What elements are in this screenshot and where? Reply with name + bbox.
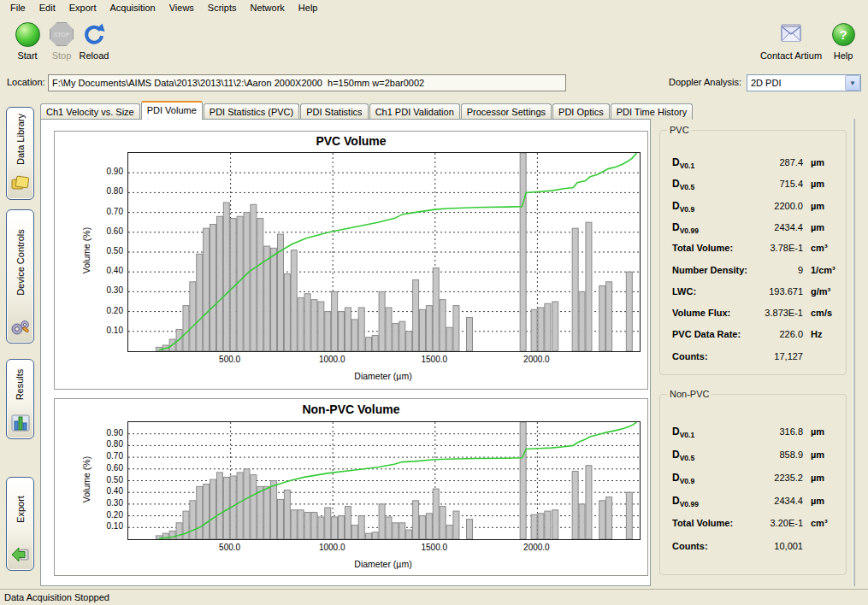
stats-row: PVC Data Rate:226.0Hz xyxy=(660,329,846,339)
stat-unit: g/m³ xyxy=(803,286,839,297)
x-tick-label: 1000.0 xyxy=(310,355,353,364)
tab-pdi-statistics-pvc-[interactable]: PDI Statistics (PVC) xyxy=(204,103,299,120)
stats-row: DV0.92235.2µm xyxy=(660,472,846,485)
stat-unit: µm xyxy=(803,449,839,460)
sidebar-item-device-controls[interactable]: Device Controls xyxy=(6,209,34,344)
menu-scripts[interactable]: Scripts xyxy=(201,0,244,15)
stat-value: 2434.4 xyxy=(748,222,803,232)
menu-network[interactable]: Network xyxy=(243,0,291,15)
help-button[interactable]: ? Help xyxy=(824,21,863,61)
stats-row: DV0.1287.4µm xyxy=(660,156,846,170)
y-tick-label: 0.20 xyxy=(92,306,123,315)
stat-unit: cm³ xyxy=(803,518,839,528)
tab-pdi-time-history[interactable]: PDI Time History xyxy=(611,103,694,120)
bar-chart-icon xyxy=(10,414,31,434)
stat-value: 10,001 xyxy=(748,541,803,551)
stat-unit: µm xyxy=(803,496,839,506)
location-input[interactable] xyxy=(48,74,566,91)
stats-row: DV0.92200.0µm xyxy=(660,200,846,214)
stats-row: DV0.992434.4µm xyxy=(660,495,846,508)
menu-views[interactable]: Views xyxy=(162,0,201,15)
stats-row: Counts:10,001 xyxy=(660,541,846,551)
y-tick-label: 0.30 xyxy=(92,285,123,295)
y-tick-label: 0.10 xyxy=(92,521,123,531)
stat-value: 3.78E-1 xyxy=(748,243,803,253)
pvc-volume-chart: PVC VolumeVolume (%)0.100.200.300.400.50… xyxy=(54,131,648,390)
sidebar-item-data-library[interactable]: Data Library xyxy=(6,107,34,200)
x-tick-label: 2000.0 xyxy=(515,355,558,364)
y-axis-label: Volume (%) xyxy=(81,454,92,505)
stats-row: DV0.992434.4µm xyxy=(660,221,846,235)
stat-value: 2200.0 xyxy=(748,201,803,211)
chevron-down-icon[interactable]: ▼ xyxy=(845,75,860,91)
sidebar-item-label: Data Library xyxy=(15,114,26,165)
stat-value: 17,127 xyxy=(748,351,803,361)
doppler-analysis-select[interactable]: 2D PDI ▼ xyxy=(747,74,861,91)
menu-file[interactable]: File xyxy=(3,0,32,15)
stats-row: Counts:17,127 xyxy=(660,351,846,361)
stat-value: 3.20E-1 xyxy=(748,518,803,528)
stat-label: DV0.99 xyxy=(672,221,748,235)
y-tick-label: 0.70 xyxy=(92,451,123,461)
tab-pdi-volume[interactable]: PDI Volume xyxy=(141,101,203,120)
reload-button[interactable]: Reload xyxy=(67,21,121,61)
status-text: Data Acquisition Stopped xyxy=(4,592,109,602)
x-tick-label: 2000.0 xyxy=(515,543,558,552)
y-tick-label: 0.60 xyxy=(92,226,123,236)
stats-row: Volume Flux:3.873E-1cm/s xyxy=(660,308,846,318)
location-label: Location: xyxy=(7,77,45,87)
stats-row: LWC:193.671g/m³ xyxy=(660,286,846,297)
x-tick-label: 1000.0 xyxy=(310,543,353,552)
stat-label: DV0.1 xyxy=(672,156,748,170)
menu-edit[interactable]: Edit xyxy=(32,0,62,15)
tab-pdi-statistics[interactable]: PDI Statistics xyxy=(300,103,368,120)
y-tick-label: 0.40 xyxy=(92,266,123,275)
plot-area xyxy=(127,421,641,540)
folders-icon xyxy=(10,174,31,195)
menu-acquisition[interactable]: Acquisition xyxy=(103,0,162,15)
stat-unit: µm xyxy=(803,222,839,232)
help-icon: ? xyxy=(832,23,855,46)
menu-export[interactable]: Export xyxy=(62,0,103,15)
y-tick-label: 0.60 xyxy=(92,463,123,473)
sidebar-item-export[interactable]: Export xyxy=(6,477,34,571)
tab-ch1-pdi-validation[interactable]: Ch1 PDI Validation xyxy=(369,103,460,120)
tab-page-pdi-volume: PVC VolumeVolume (%)0.100.200.300.400.50… xyxy=(40,119,651,586)
chart-title: PVC Volume xyxy=(55,134,647,148)
panel-splitter[interactable] xyxy=(853,119,855,586)
stat-label: LWC: xyxy=(672,286,748,297)
stat-value: 9 xyxy=(748,265,803,275)
export-arrow-icon xyxy=(10,545,31,566)
status-bar: Data Acquisition Stopped xyxy=(0,589,868,605)
tab-ch1-velocity-vs-size[interactable]: Ch1 Velocity vs. Size xyxy=(40,103,140,120)
stat-value: 2434.4 xyxy=(748,496,803,506)
stat-value: 193.671 xyxy=(748,286,803,297)
sidebar-item-label: Device Controls xyxy=(15,229,26,296)
stat-label: DV0.5 xyxy=(672,178,748,191)
stats-row: DV0.5858.9µm xyxy=(660,449,846,462)
sidebar-item-label: Results xyxy=(15,369,26,401)
y-tick-label: 0.10 xyxy=(92,326,123,335)
stat-value: 715.4 xyxy=(748,179,803,189)
stat-value: 226.0 xyxy=(748,329,803,339)
stat-label: DV0.5 xyxy=(672,449,748,462)
y-tick-label: 0.50 xyxy=(92,475,123,485)
tab-processor-settings[interactable]: Processor Settings xyxy=(461,103,552,120)
contact-artium-button[interactable]: Contact Artium xyxy=(757,21,825,61)
location-row: Location: Doppler Analysis: 2D PDI ▼ xyxy=(0,72,868,94)
stat-unit: µm xyxy=(803,201,839,211)
stat-unit: µm xyxy=(803,426,839,437)
pvc-stats-groupbox: PVCDV0.1287.4µmDV0.5715.4µmDV0.92200.0µm… xyxy=(659,130,847,375)
groupbox-legend: PVC xyxy=(667,125,692,135)
stat-label: DV0.9 xyxy=(672,200,748,214)
tab-pdi-optics[interactable]: PDI Optics xyxy=(552,103,610,120)
reload-button-label: Reload xyxy=(67,50,121,61)
sidebar-item-results[interactable]: Results xyxy=(6,359,34,439)
y-tick-label: 0.80 xyxy=(92,439,123,449)
y-tick-label: 0.80 xyxy=(92,186,123,196)
stat-label: DV0.1 xyxy=(672,426,748,439)
stat-unit: µm xyxy=(803,179,839,189)
plot-area xyxy=(127,152,641,352)
menu-help[interactable]: Help xyxy=(292,0,325,15)
stat-value: 858.9 xyxy=(748,449,803,460)
